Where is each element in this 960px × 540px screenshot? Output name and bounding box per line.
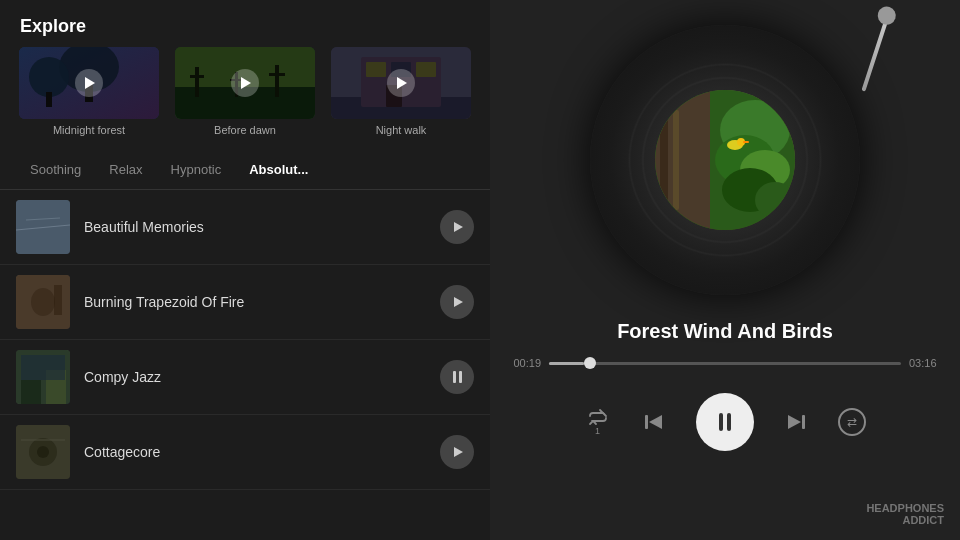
track-play-btn-4[interactable] <box>440 435 474 469</box>
svg-rect-51 <box>645 415 648 429</box>
shuffle-icon: ⇄ <box>838 408 866 436</box>
progress-thumb[interactable] <box>584 357 596 369</box>
pause-icon-3 <box>453 371 462 383</box>
svg-rect-14 <box>269 73 285 76</box>
track-item-4[interactable]: Cottagecore <box>0 415 490 490</box>
right-panel: Forest Wind And Birds 00:19 03:16 1 <box>490 0 960 540</box>
svg-text:1: 1 <box>595 426 600 436</box>
play-overlay-1[interactable] <box>75 69 103 97</box>
svg-rect-5 <box>46 92 52 107</box>
vinyl-center-artwork <box>655 90 795 230</box>
svg-rect-31 <box>21 355 65 380</box>
tab-hypnotic[interactable]: Hypnotic <box>157 154 236 185</box>
vinyl-disc <box>590 25 860 295</box>
track-pause-btn-3[interactable] <box>440 360 474 394</box>
repeat-button[interactable]: 1 <box>584 408 612 436</box>
svg-rect-9 <box>195 67 199 97</box>
explore-title: Explore <box>20 16 86 36</box>
play-pause-button[interactable] <box>696 393 754 451</box>
progress-bar-container: 00:19 03:16 <box>514 357 937 369</box>
vinyl-needle <box>861 14 890 91</box>
track-name-1: Beautiful Memories <box>84 219 204 235</box>
play-icon-track-2 <box>454 297 463 307</box>
needle-head <box>875 4 898 27</box>
play-overlay-3[interactable] <box>387 69 415 97</box>
tab-relax[interactable]: Relax <box>95 154 156 185</box>
track-item-3[interactable]: Compy Jazz <box>0 340 490 415</box>
left-panel: Explore <box>0 0 490 540</box>
play-icon-1 <box>85 77 95 89</box>
track-play-btn-2[interactable] <box>440 285 474 319</box>
track-thumb-4 <box>16 425 70 479</box>
track-item-2[interactable]: Burning Trapezoid Of Fire <box>0 265 490 340</box>
featured-thumb-3[interactable] <box>331 47 471 119</box>
svg-point-49 <box>755 182 795 218</box>
time-current: 00:19 <box>514 357 542 369</box>
svg-rect-39 <box>660 100 668 220</box>
pause-bar-left <box>453 371 456 383</box>
svg-rect-27 <box>54 285 62 315</box>
svg-rect-18 <box>366 62 386 77</box>
svg-rect-47 <box>743 141 749 143</box>
svg-marker-54 <box>788 415 801 429</box>
track-play-btn-1[interactable] <box>440 210 474 244</box>
explore-header: Explore <box>0 0 490 47</box>
featured-item-night-walk[interactable]: Night walk <box>328 47 474 136</box>
pause-icon-main <box>719 413 731 431</box>
track-name-3: Compy Jazz <box>84 369 161 385</box>
track-name-4: Cottagecore <box>84 444 160 460</box>
progress-track[interactable] <box>549 362 901 365</box>
vinyl-container <box>490 0 960 320</box>
play-icon-track-4 <box>454 447 463 457</box>
svg-rect-53 <box>802 415 805 429</box>
time-total: 03:16 <box>909 357 937 369</box>
track-thumb-3 <box>16 350 70 404</box>
track-list: Beautiful Memories Burning Trapezoid Of … <box>0 190 490 540</box>
progress-fill <box>549 362 584 365</box>
track-thumb-1 <box>16 200 70 254</box>
svg-rect-40 <box>673 110 679 210</box>
svg-point-26 <box>31 288 55 316</box>
featured-item-midnight-forest[interactable]: Midnight forest <box>16 47 162 136</box>
controls-row: 1 ⇄ <box>490 393 960 451</box>
pause-bar-main-left <box>719 413 723 431</box>
now-playing-title: Forest Wind And Birds <box>597 320 853 343</box>
play-icon-2 <box>241 77 251 89</box>
play-icon-track-1 <box>454 222 463 232</box>
category-tabs: Soothing Relax Hypnotic Absolut... <box>0 150 490 190</box>
track-name-2: Burning Trapezoid Of Fire <box>84 294 244 310</box>
watermark-line2: ADDICT <box>902 514 944 526</box>
watermark: HEADPHONES ADDICT <box>866 502 944 526</box>
featured-thumb-2[interactable] <box>175 47 315 119</box>
svg-rect-10 <box>190 75 204 78</box>
svg-point-4 <box>29 57 69 97</box>
svg-marker-52 <box>649 415 662 429</box>
featured-item-before-dawn[interactable]: Before dawn <box>172 47 318 136</box>
tab-soothing[interactable]: Soothing <box>16 154 95 185</box>
track-item-1[interactable]: Beautiful Memories <box>0 190 490 265</box>
featured-label-2: Before dawn <box>214 124 276 136</box>
track-info-1: Beautiful Memories <box>84 218 440 236</box>
skip-forward-button[interactable] <box>782 408 810 436</box>
pause-bar-main-right <box>727 413 731 431</box>
svg-rect-13 <box>275 65 279 97</box>
featured-label-3: Night walk <box>376 124 427 136</box>
track-info-4: Cottagecore <box>84 443 440 461</box>
svg-rect-29 <box>21 380 41 404</box>
skip-back-button[interactable] <box>640 408 668 436</box>
svg-rect-20 <box>416 62 436 77</box>
featured-thumb-1[interactable] <box>19 47 159 119</box>
track-thumb-2 <box>16 275 70 329</box>
svg-point-34 <box>37 446 49 458</box>
track-info-3: Compy Jazz <box>84 368 440 386</box>
pause-bar-right <box>459 371 462 383</box>
play-icon-3 <box>397 77 407 89</box>
featured-label-1: Midnight forest <box>53 124 125 136</box>
tab-absolut[interactable]: Absolut... <box>235 154 322 185</box>
play-overlay-2[interactable] <box>231 69 259 97</box>
featured-row: Midnight forest Before <box>0 47 490 150</box>
track-info-2: Burning Trapezoid Of Fire <box>84 293 440 311</box>
watermark-line1: HEADPHONES <box>866 502 944 514</box>
shuffle-button[interactable]: ⇄ <box>838 408 866 436</box>
